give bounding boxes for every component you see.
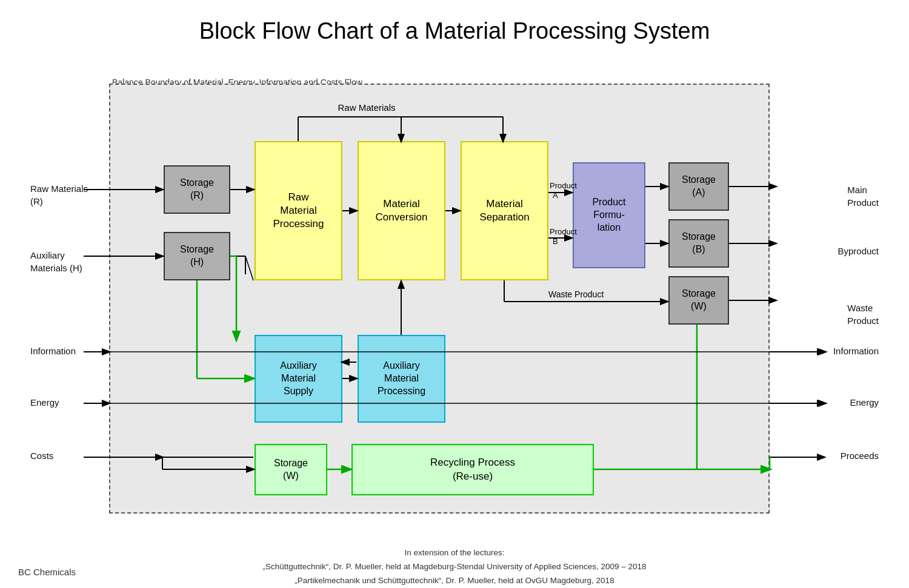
footer-line1: In extension of the lectures: <box>262 546 646 560</box>
material-conversion: MaterialConversion <box>358 141 445 280</box>
right-label-proceeds: Proceeds <box>841 451 879 461</box>
left-label-costs: Costs <box>30 451 53 461</box>
storage-a: Storage(A) <box>668 162 729 211</box>
page-title: Block Flow Chart of a Material Processin… <box>199 18 710 44</box>
raw-material-processing: RawMaterialProcessing <box>255 141 342 280</box>
right-label-information: Information <box>833 346 879 356</box>
recycling-process: Recycling Process(Re-use) <box>351 444 594 495</box>
storage-b: Storage(B) <box>668 219 729 268</box>
footer-line2: „Schüttguttechnik“, Dr. P. Mueller, held… <box>262 560 646 574</box>
aux-material-processing: AuxiliaryMaterialProcessing <box>358 335 445 423</box>
aux-material-supply: AuxiliaryMaterialSupply <box>255 335 342 423</box>
storage-w-right: Storage(W) <box>668 276 729 325</box>
branding-bc: BC <box>18 567 31 577</box>
branding-chemicals: Chemicals <box>33 567 76 577</box>
right-label-main-product: MainProduct <box>847 183 879 209</box>
footer: In extension of the lectures: „Schüttgut… <box>262 546 646 588</box>
right-label-waste-product: WasteProduct <box>847 302 879 327</box>
diagram-area: Balance Boundary of Material, Energy, In… <box>30 50 879 544</box>
storage-r: Storage(R) <box>164 165 230 214</box>
page: Block Flow Chart of a Material Processin… <box>0 0 909 588</box>
storage-w-left: Storage(W) <box>255 444 327 495</box>
left-label-aux-mat: AuxiliaryMaterials (H) <box>30 249 82 274</box>
branding: BC Chemicals <box>18 567 76 577</box>
product-formulation: ProductFormu-lation <box>573 162 645 268</box>
right-label-energy: Energy <box>850 397 879 408</box>
right-label-byproduct: Byproduct <box>837 246 879 256</box>
left-label-raw-mat: Raw Materials(R) <box>30 182 88 208</box>
left-label-information: Information <box>30 346 76 356</box>
left-label-energy: Energy <box>30 397 59 408</box>
material-separation: MaterialSeparation <box>461 141 548 280</box>
storage-h: Storage(H) <box>164 232 230 280</box>
footer-line3: „Partikelmechanik und Schüttguttechnik“,… <box>262 574 646 588</box>
